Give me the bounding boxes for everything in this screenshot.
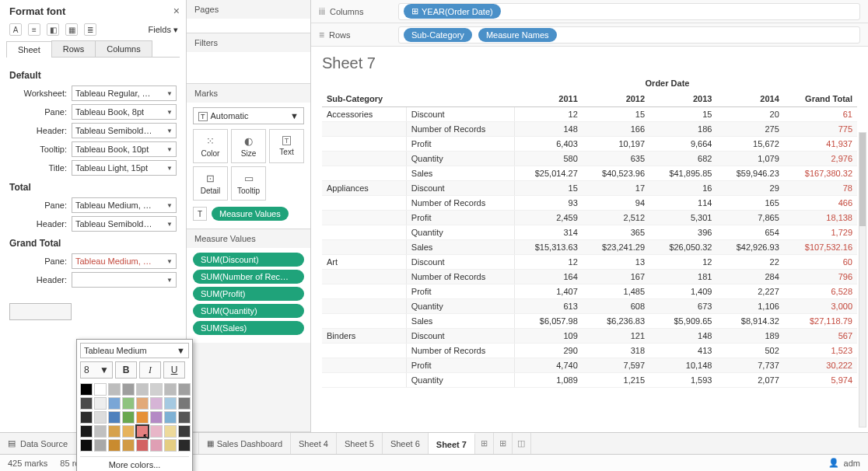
title-select[interactable]: Tableau Light, 15pt▼ (72, 160, 177, 176)
total-pane-select[interactable]: Tableau Medium, …▼ (72, 197, 177, 213)
color-swatch[interactable] (94, 411, 107, 424)
font-name-select[interactable]: Tableau Medium▼ (80, 343, 189, 358)
color-swatch[interactable] (94, 397, 107, 410)
column-header[interactable]: 2011 (515, 91, 583, 107)
gt-pane-select[interactable]: Tableau Medium, …▼ (72, 253, 177, 269)
header-select[interactable]: Tableau Semibold…▼ (72, 123, 177, 138)
new-worksheet-icon[interactable]: ⊞ (475, 433, 494, 454)
color-swatch[interactable] (122, 411, 135, 424)
column-header[interactable]: Grand Total (784, 91, 857, 107)
color-swatch[interactable] (164, 425, 177, 438)
marks-type-select[interactable]: TAutomatic▼ (193, 107, 304, 124)
borders-icon[interactable]: ▦ (65, 23, 78, 36)
sheet-title[interactable]: Sheet 7 (322, 54, 857, 72)
color-swatch[interactable] (150, 383, 163, 396)
color-swatch[interactable] (108, 439, 121, 452)
color-swatch[interactable]: ↖ (136, 425, 149, 438)
total-header-select[interactable]: Tableau Semibold…▼ (72, 216, 177, 232)
color-swatch[interactable] (164, 397, 177, 410)
bold-button[interactable]: B (115, 361, 137, 379)
underline-button[interactable]: U (163, 361, 185, 379)
color-swatch[interactable] (94, 439, 107, 452)
color-button[interactable]: ⁙Color (193, 129, 228, 163)
color-swatch[interactable] (80, 397, 93, 410)
fields-dropdown[interactable]: Fields ▾ (149, 25, 178, 35)
color-swatch[interactable] (136, 411, 149, 424)
tooltip-button[interactable]: ▭Tooltip (231, 166, 266, 201)
size-button[interactable]: ◐Size (231, 129, 266, 163)
sheet-tab[interactable]: Sheet 4 (291, 433, 337, 454)
color-swatch[interactable] (80, 411, 93, 424)
detail-button[interactable]: ⊡Detail (193, 166, 228, 201)
color-swatch[interactable] (164, 411, 177, 424)
shading-icon[interactable]: ◧ (47, 23, 59, 36)
color-swatch[interactable] (108, 383, 121, 396)
year-orderdate-pill[interactable]: ⊞YEAR(Order Date) (404, 4, 501, 19)
measure-names-pill[interactable]: Measure Names (478, 28, 557, 42)
color-swatch[interactable] (136, 439, 149, 452)
sheet-tab[interactable]: Sheet 6 (383, 433, 429, 454)
more-colors-link[interactable]: More colors... (80, 456, 189, 471)
new-story-icon[interactable]: ◫ (513, 433, 531, 454)
rows-shelf[interactable]: Sub-Category Measure Names (398, 26, 860, 44)
color-swatch[interactable] (122, 439, 135, 452)
pane-select[interactable]: Tableau Book, 8pt▼ (72, 104, 177, 120)
color-swatch[interactable] (150, 411, 163, 424)
color-swatch[interactable] (136, 383, 149, 396)
color-swatch[interactable] (178, 425, 191, 438)
color-swatch[interactable] (94, 425, 107, 438)
close-icon[interactable]: × (173, 5, 180, 17)
font-letter-icon[interactable]: A (9, 23, 22, 36)
measure-value-pill[interactable]: SUM(Number of Rec… (193, 270, 304, 284)
alignment-icon[interactable]: ≡ (28, 23, 40, 36)
color-swatch[interactable] (80, 425, 93, 438)
color-swatch[interactable] (80, 383, 93, 396)
color-swatch[interactable] (178, 383, 191, 396)
color-swatch[interactable] (94, 383, 107, 396)
measure-value-pill[interactable]: SUM(Profit) (193, 287, 304, 301)
color-swatch[interactable] (164, 383, 177, 396)
worksheet-select[interactable]: Tableau Regular, …▼ (72, 85, 177, 101)
color-swatch[interactable] (178, 397, 191, 410)
scroll-thumb[interactable] (859, 133, 866, 226)
subcategory-pill[interactable]: Sub-Category (404, 28, 472, 42)
color-swatch[interactable] (136, 397, 149, 410)
sheet-tab[interactable]: Sheet 5 (337, 433, 383, 454)
tab-sheet[interactable]: Sheet (6, 41, 52, 58)
gt-header-select[interactable]: ▼ (72, 272, 177, 288)
sheet-tab[interactable]: Sheet 7 (429, 433, 475, 454)
color-swatch[interactable] (164, 439, 177, 452)
italic-button[interactable]: I (139, 361, 161, 379)
measure-value-pill[interactable]: SUM(Sales) (193, 321, 304, 335)
tooltip-select[interactable]: Tableau Book, 10pt▼ (72, 141, 177, 157)
color-swatch[interactable] (122, 397, 135, 410)
color-swatch[interactable] (178, 411, 191, 424)
column-header[interactable] (406, 91, 515, 107)
color-swatch[interactable] (150, 397, 163, 410)
sheet-tab[interactable]: ▦Sales Dashboard (199, 433, 291, 454)
data-source-tab[interactable]: ▤Data Source (0, 438, 75, 448)
column-header[interactable]: 2012 (583, 91, 649, 107)
color-swatch[interactable] (108, 425, 121, 438)
color-swatch[interactable] (178, 439, 191, 452)
color-swatch[interactable] (150, 425, 163, 438)
measure-value-pill[interactable]: SUM(Discount) (193, 253, 304, 267)
color-swatch[interactable] (108, 411, 121, 424)
columns-shelf[interactable]: ⊞YEAR(Order Date) (398, 3, 860, 20)
scrollbar[interactable] (859, 132, 866, 427)
clear-button[interactable] (9, 303, 72, 320)
color-swatch[interactable] (108, 397, 121, 410)
column-header[interactable]: 2014 (716, 91, 783, 107)
color-swatch[interactable] (122, 383, 135, 396)
tab-rows[interactable]: Rows (51, 40, 96, 57)
measure-values-pill[interactable]: Measure Values (212, 207, 289, 221)
column-header[interactable]: Sub-Category (322, 91, 406, 107)
measure-value-pill[interactable]: SUM(Quantity) (193, 304, 304, 318)
filters-shelf[interactable]: Filters (187, 33, 310, 52)
color-swatch[interactable] (122, 425, 135, 438)
new-dashboard-icon[interactable]: ⊞ (494, 433, 513, 454)
column-header[interactable]: 2013 (649, 91, 716, 107)
tab-columns[interactable]: Columns (95, 40, 152, 57)
pages-shelf[interactable]: Pages (187, 0, 310, 19)
font-size-select[interactable]: 8▼ (80, 361, 113, 379)
